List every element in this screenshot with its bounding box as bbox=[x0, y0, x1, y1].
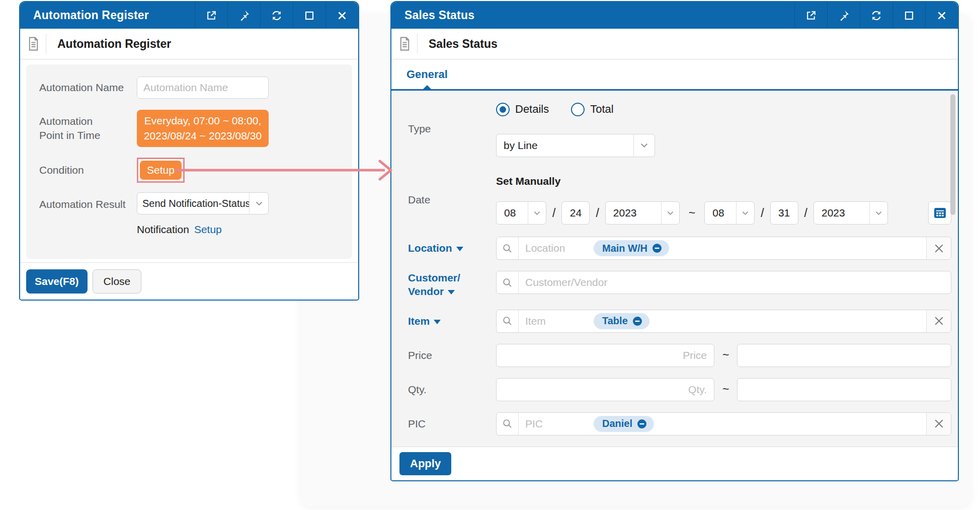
radio-details[interactable]: Details bbox=[496, 103, 549, 116]
dropdown-triangle-icon bbox=[456, 247, 463, 251]
maximize-button[interactable] bbox=[293, 2, 325, 29]
item-placeholder: Item bbox=[525, 315, 589, 327]
date-mode-text: Set Manually bbox=[496, 175, 951, 189]
sales-status-dialog: Sales Status bbox=[390, 1, 959, 481]
date-separator: / bbox=[552, 206, 555, 220]
item-tag[interactable]: Table bbox=[594, 313, 649, 329]
tab-general[interactable]: General bbox=[406, 59, 448, 89]
calendar-icon bbox=[934, 207, 946, 219]
date-separator: / bbox=[761, 206, 764, 220]
price-from-input[interactable]: Price bbox=[496, 344, 714, 367]
item-clear-button[interactable] bbox=[926, 310, 951, 332]
remove-tag-icon[interactable] bbox=[632, 316, 642, 326]
location-search-input[interactable]: Location Main W/H bbox=[496, 237, 951, 260]
location-label[interactable]: Location bbox=[408, 241, 496, 255]
type-label: Type bbox=[408, 122, 496, 135]
point-in-time-button[interactable]: Everyday, 07:00 ~ 08:00, 2023/08/24 ~ 20… bbox=[137, 110, 269, 147]
range-tilde: ~ bbox=[722, 348, 729, 362]
remove-tag-icon[interactable] bbox=[652, 243, 662, 253]
close-dialog-button[interactable]: Close bbox=[93, 269, 142, 294]
chevron-down-icon bbox=[528, 202, 546, 224]
close-button[interactable] bbox=[325, 2, 358, 29]
automation-result-select[interactable]: Send Notification-Status bbox=[137, 192, 269, 214]
customer-vendor-label[interactable]: Customer/ Vendor bbox=[408, 271, 496, 299]
radio-selected-icon bbox=[496, 103, 510, 116]
price-label: Price bbox=[408, 348, 496, 362]
type-radio-group: Details Total bbox=[496, 101, 951, 118]
price-to-input[interactable] bbox=[737, 344, 951, 367]
qty-to-input[interactable] bbox=[737, 378, 951, 401]
pic-search-input[interactable]: PIC Daniel bbox=[496, 412, 951, 435]
dialog-title: Sales Status bbox=[391, 2, 794, 29]
type-select[interactable]: by Line bbox=[496, 134, 655, 157]
filter-form: Type Details Total by Line bbox=[391, 91, 958, 447]
radio-unselected-icon bbox=[571, 103, 585, 116]
refresh-icon bbox=[271, 10, 283, 22]
tab-bar: General bbox=[391, 59, 958, 91]
pic-label: PIC bbox=[408, 417, 496, 430]
dropdown-triangle-icon bbox=[434, 320, 441, 324]
page-header: Automation Register bbox=[20, 29, 358, 59]
radio-total[interactable]: Total bbox=[571, 103, 613, 116]
location-tag[interactable]: Main W/H bbox=[594, 240, 669, 256]
document-icon bbox=[27, 37, 40, 51]
from-day-input[interactable] bbox=[561, 201, 590, 225]
to-month-select[interactable]: 08 bbox=[704, 201, 755, 225]
search-icon bbox=[502, 277, 513, 288]
sales-status-titlebar: Sales Status bbox=[391, 2, 958, 29]
open-in-new-window-button[interactable] bbox=[195, 2, 227, 29]
customer-vendor-search-input[interactable]: Customer/Vendor bbox=[496, 271, 951, 294]
save-button[interactable]: Save(F8) bbox=[26, 269, 88, 294]
location-clear-button[interactable] bbox=[926, 237, 951, 259]
qty-label: Qty. bbox=[408, 383, 496, 396]
apply-button[interactable]: Apply bbox=[399, 452, 451, 475]
remove-tag-icon[interactable] bbox=[637, 419, 647, 429]
from-month-select[interactable]: 08 bbox=[496, 201, 546, 225]
date-separator: / bbox=[804, 206, 807, 220]
chevron-down-icon bbox=[661, 202, 679, 224]
range-tilde: ~ bbox=[722, 383, 729, 396]
item-search-input[interactable]: Item Table bbox=[496, 310, 951, 333]
date-separator: / bbox=[596, 206, 599, 220]
vertical-scrollbar[interactable] bbox=[950, 94, 955, 215]
price-range: Price ~ bbox=[496, 344, 951, 367]
item-label[interactable]: Item bbox=[408, 314, 496, 328]
qty-range: Qty. ~ bbox=[496, 378, 951, 401]
range-tilde: ~ bbox=[689, 206, 695, 220]
pin-button[interactable] bbox=[227, 2, 260, 29]
pic-clear-button[interactable] bbox=[926, 413, 951, 435]
calendar-button[interactable] bbox=[928, 201, 951, 225]
to-year-select[interactable]: 2023 bbox=[813, 201, 888, 225]
from-year-select[interactable]: 2023 bbox=[605, 201, 680, 225]
date-range-row: 08 / / 2023 ~ 08 bbox=[496, 201, 951, 225]
maximize-icon bbox=[904, 10, 915, 21]
close-icon bbox=[936, 10, 948, 22]
search-icon bbox=[502, 316, 513, 326]
qty-from-input[interactable]: Qty. bbox=[496, 378, 714, 401]
close-button[interactable] bbox=[925, 2, 958, 29]
pin-button[interactable] bbox=[827, 2, 860, 29]
clear-x-icon bbox=[935, 317, 943, 325]
open-in-new-window-button[interactable] bbox=[794, 2, 827, 29]
open-in-new-window-icon bbox=[805, 10, 817, 21]
point-in-time-label: Automation Point in Time bbox=[39, 114, 137, 143]
notification-line: NotificationSetup bbox=[137, 224, 269, 236]
maximize-button[interactable] bbox=[892, 2, 925, 29]
pin-icon bbox=[838, 10, 850, 22]
clear-x-icon bbox=[935, 244, 943, 253]
screen: Automation Register bbox=[0, 0, 980, 510]
customer-vendor-placeholder: Customer/Vendor bbox=[525, 276, 607, 288]
condition-label: Condition bbox=[39, 163, 137, 177]
pic-tag[interactable]: Daniel bbox=[594, 416, 654, 432]
clear-x-icon bbox=[935, 419, 943, 428]
refresh-button[interactable] bbox=[860, 2, 892, 29]
pin-icon bbox=[238, 10, 250, 22]
chevron-down-icon bbox=[736, 202, 754, 224]
document-icon bbox=[398, 37, 411, 51]
refresh-button[interactable] bbox=[260, 2, 293, 29]
open-in-new-window-icon bbox=[206, 10, 217, 21]
to-day-input[interactable] bbox=[770, 201, 798, 225]
titlebar-actions bbox=[195, 2, 358, 29]
automation-name-input[interactable] bbox=[137, 77, 269, 99]
notification-setup-link[interactable]: Setup bbox=[194, 224, 222, 235]
